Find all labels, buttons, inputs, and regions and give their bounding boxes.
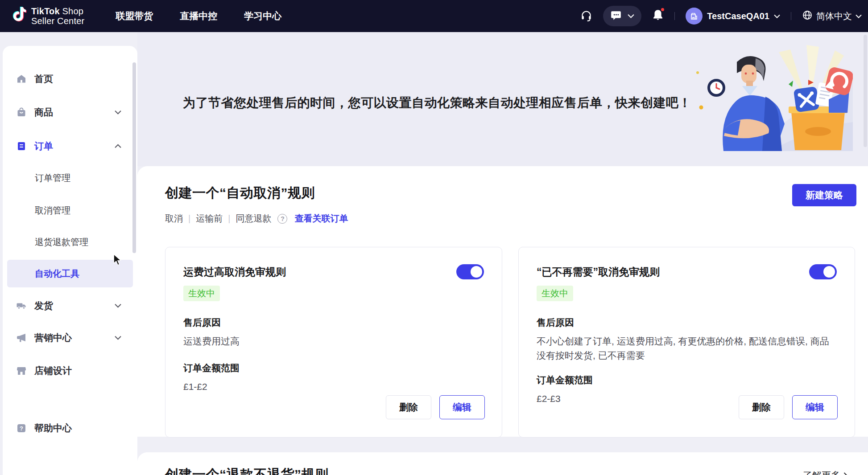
sidebar: 首页 商品 订单 订单管理 取消管理 退货退款管理 自动化工具 发货 营销中心 … bbox=[3, 46, 137, 475]
banner-illustration bbox=[694, 44, 853, 153]
sidebar-item-shop-design[interactable]: 店铺设计 bbox=[3, 361, 137, 381]
delete-button[interactable]: 删除 bbox=[739, 395, 784, 419]
logo-line2: Seller Center bbox=[31, 16, 84, 26]
status-badge: 生效中 bbox=[183, 286, 220, 301]
truck-icon bbox=[16, 300, 27, 311]
toggle-knob bbox=[471, 266, 482, 278]
top-navigation: 联盟带货 直播中控 学习中心 bbox=[116, 10, 281, 22]
sidebar-item-order-management[interactable]: 订单管理 bbox=[3, 168, 137, 188]
edit-button[interactable]: 编辑 bbox=[439, 395, 485, 419]
chevron-down-icon bbox=[628, 12, 634, 20]
page-body: 首页 商品 订单 订单管理 取消管理 退货退款管理 自动化工具 发货 营销中心 … bbox=[0, 32, 868, 475]
main-content: 为了节省您处理售后的时间，您可以设置自动化策略来自动处理相应售后单，快来创建吧！ bbox=[137, 32, 868, 475]
tiktok-note-icon bbox=[10, 6, 27, 26]
delete-button[interactable]: 删除 bbox=[386, 395, 431, 419]
shop-avatar-icon bbox=[686, 8, 703, 25]
home-icon bbox=[16, 74, 27, 84]
rule-title: 运费过高取消免审规则 bbox=[183, 265, 286, 279]
promo-banner: 为了节省您处理售后的时间，您可以设置自动化策略来自动处理相应售后单，快来创建吧！ bbox=[137, 32, 868, 166]
tiktok-logo[interactable]: TikTok Shop Seller Center bbox=[10, 6, 84, 26]
reason-value: 运送费用过高 bbox=[183, 334, 478, 348]
shopping-bag-icon bbox=[16, 107, 27, 118]
amount-label: 订单金额范围 bbox=[183, 362, 484, 374]
tag-separator: | bbox=[188, 213, 190, 224]
chevron-down-icon bbox=[856, 14, 862, 18]
chat-bubble-icon bbox=[610, 9, 622, 23]
reason-value: 不小心创建了订单, 运送费用过高, 有更优惠的价格, 配送信息错误, 商品没有按… bbox=[537, 334, 831, 362]
chevron-down-icon bbox=[774, 14, 780, 18]
chevron-down-icon bbox=[115, 303, 121, 308]
topbar-divider bbox=[791, 12, 791, 20]
page-scrollbar-thumb[interactable] bbox=[864, 35, 867, 147]
order-document-icon bbox=[16, 141, 27, 152]
reason-label: 售后原因 bbox=[537, 316, 837, 329]
sidebar-item-help-center[interactable]: ? 帮助中心 bbox=[3, 418, 137, 438]
tag-agree-refund: 同意退款 bbox=[236, 213, 271, 225]
chevron-up-icon bbox=[115, 144, 121, 148]
megaphone-icon bbox=[16, 332, 27, 343]
logo-text: TikTok Shop Seller Center bbox=[31, 6, 84, 26]
sidebar-item-products[interactable]: 商品 bbox=[3, 102, 137, 122]
svg-text:?: ? bbox=[20, 425, 23, 432]
headset-icon[interactable] bbox=[580, 9, 592, 23]
sidebar-item-marketing-center[interactable]: 营销中心 bbox=[3, 328, 137, 348]
reason-label: 售后原因 bbox=[183, 316, 484, 329]
status-badge: 生效中 bbox=[537, 286, 573, 301]
sidebar-item-return-refund-management[interactable]: 退货退款管理 bbox=[3, 232, 137, 252]
rule-toggle[interactable] bbox=[809, 264, 837, 279]
rule-toggle[interactable] bbox=[456, 264, 484, 279]
chevron-down-icon bbox=[115, 336, 121, 340]
question-circle-icon: ? bbox=[16, 423, 27, 434]
sidebar-item-orders[interactable]: 订单 bbox=[3, 136, 137, 156]
sidebar-item-shipping[interactable]: 发货 bbox=[3, 296, 137, 315]
auto-cancel-section: 创建一个“自动取消”规则 新建策略 取消 | 运输前 | 同意退款 ? 查看关联… bbox=[137, 166, 868, 437]
refund-no-return-section: 创建一个“退款不退货”规则 了解更多 bbox=[137, 452, 868, 475]
tag-pre-shipment: 运输前 bbox=[196, 213, 223, 225]
toggle-knob bbox=[823, 266, 835, 278]
rule-title: “已不再需要”取消免审规则 bbox=[537, 265, 660, 279]
view-related-orders-link[interactable]: 查看关联订单 bbox=[294, 213, 348, 225]
banner-message: 为了节省您处理售后的时间，您可以设置自动化策略来自动处理相应售后单，快来创建吧！ bbox=[183, 94, 691, 111]
topbar-divider bbox=[674, 12, 675, 20]
account-name: TestCaseQA01 bbox=[707, 11, 769, 21]
language-label: 简体中文 bbox=[816, 10, 852, 22]
tag-cancel: 取消 bbox=[165, 213, 183, 225]
sidebar-item-home[interactable]: 首页 bbox=[3, 69, 137, 89]
globe-icon bbox=[802, 10, 813, 23]
section-subtitle: 取消 | 运输前 | 同意退款 ? 查看关联订单 bbox=[165, 213, 856, 225]
section-title: 创建一个“退款不退货”规则 bbox=[165, 466, 329, 475]
notifications-bell[interactable] bbox=[652, 9, 664, 23]
rule-card-shipping-fee: 运费过高取消免审规则 生效中 售后原因 运送费用过高 订单金额范围 £1-£2 … bbox=[165, 247, 502, 438]
create-strategy-button[interactable]: 新建策略 bbox=[792, 184, 856, 206]
language-selector[interactable]: 简体中文 bbox=[802, 10, 862, 23]
chevron-down-icon bbox=[115, 110, 121, 115]
amount-value: £1-£2 bbox=[183, 380, 478, 394]
logo-brand: TikTok bbox=[31, 6, 60, 16]
amount-label: 订单金额范围 bbox=[537, 374, 837, 386]
tag-separator: | bbox=[228, 213, 230, 224]
help-icon[interactable]: ? bbox=[277, 214, 287, 224]
storefront-icon bbox=[16, 365, 27, 376]
nav-affiliate[interactable]: 联盟带货 bbox=[116, 10, 153, 22]
rule-card-no-longer-needed: “已不再需要”取消免审规则 生效中 售后原因 不小心创建了订单, 运送费用过高,… bbox=[518, 247, 855, 438]
chevron-right-icon bbox=[843, 472, 847, 475]
nav-live-center[interactable]: 直播中控 bbox=[180, 10, 217, 22]
learn-more-link[interactable]: 了解更多 bbox=[803, 469, 847, 475]
sidebar-item-cancel-management[interactable]: 取消管理 bbox=[3, 201, 137, 220]
section-title: 创建一个“自动取消”规则 bbox=[165, 184, 315, 202]
notification-dot bbox=[660, 7, 665, 12]
account-menu[interactable]: TestCaseQA01 bbox=[686, 8, 780, 25]
topbar: TikTok Shop Seller Center 联盟带货 直播中控 学习中心 bbox=[0, 0, 868, 32]
messages-dropdown[interactable] bbox=[603, 6, 641, 26]
nav-learning-center[interactable]: 学习中心 bbox=[244, 10, 281, 22]
sidebar-scrollbar-thumb[interactable] bbox=[132, 62, 136, 253]
sidebar-item-automation-tools[interactable]: 自动化工具 bbox=[7, 260, 133, 287]
edit-button[interactable]: 编辑 bbox=[792, 395, 838, 419]
